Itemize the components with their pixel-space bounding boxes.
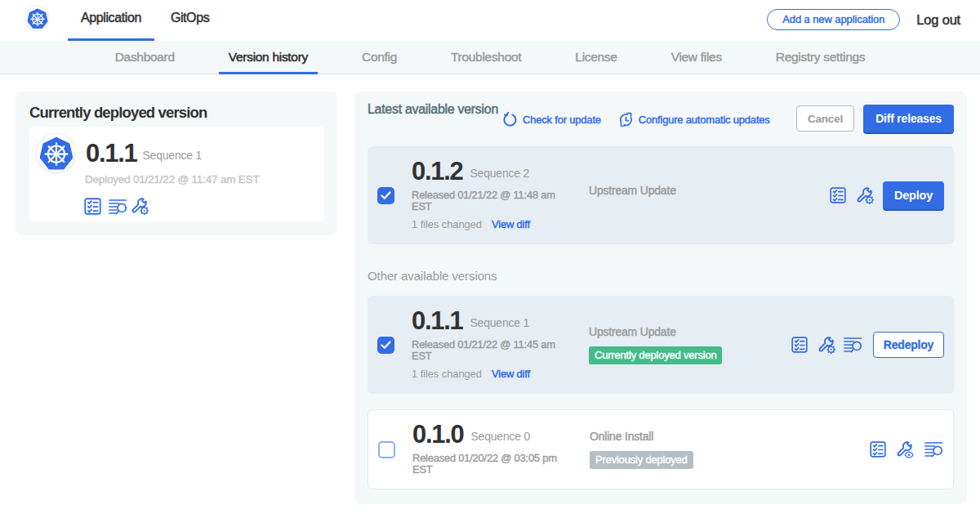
checkmark-icon: [381, 341, 391, 350]
subnav-license[interactable]: License: [565, 41, 626, 74]
deploy-logs-icon[interactable]: [924, 441, 943, 458]
files-changed: 1 files changed: [412, 218, 482, 230]
deployed-timestamp: Deployed 01/21/22 @ 11:47 am EST: [85, 173, 313, 185]
diff-releases-button[interactable]: Diff releases: [863, 105, 954, 132]
config-gear-icon[interactable]: [857, 187, 874, 204]
version-history-panel: Latest available version Check for updat…: [354, 92, 967, 504]
add-application-button[interactable]: Add a new application: [767, 9, 900, 30]
kubernetes-logo: [25, 7, 49, 30]
tab-application[interactable]: Application: [68, 0, 154, 41]
released-timestamp: Released 01/21/22 @ 11:48 am EST: [412, 190, 571, 212]
released-timestamp: Released 01/21/22 @ 11:45 am EST: [412, 339, 571, 362]
tab-gitops[interactable]: GitOps: [158, 0, 222, 41]
version-number-row: 0.1.2 Sequence 2: [412, 160, 589, 183]
app-header: Application GitOps Add a new application…: [0, 0, 980, 41]
deployed-version-row: 0.1.1 Sequence 1: [37, 134, 313, 172]
version-number: 0.1.1: [412, 310, 462, 333]
kubernetes-app-icon: [37, 134, 75, 172]
config-gear-icon[interactable]: [131, 198, 149, 215]
view-diff-link[interactable]: View diff: [492, 218, 530, 230]
subnav-version-history[interactable]: Version history: [219, 41, 318, 74]
preflight-checklist-icon[interactable]: [84, 198, 101, 215]
version-checkbox-0.1.1[interactable]: [377, 337, 394, 354]
version-number-row: 0.1.0 Sequence 0: [412, 423, 590, 446]
version-source-column: Upstream Update: [589, 184, 773, 198]
version-checkbox-0.1.2[interactable]: [377, 187, 394, 204]
subnav-troubleshoot[interactable]: Troubleshoot: [441, 41, 531, 74]
files-changed: 1 files changed: [412, 368, 482, 380]
version-sequence: Sequence 1: [470, 316, 529, 329]
header-actions: Add a new application Log out: [767, 0, 980, 41]
subnav-view-files[interactable]: View files: [662, 41, 732, 74]
version-info: 0.1.0 Sequence 0 Released 01/20/22 @ 03:…: [412, 423, 590, 476]
logout-link[interactable]: Log out: [916, 12, 960, 28]
version-actions: Redeploy: [781, 332, 944, 358]
check-for-update-link[interactable]: Check for update: [502, 112, 601, 127]
tab-gitops-label: GitOps: [171, 11, 209, 25]
refresh-icon: [502, 112, 517, 127]
redeploy-button[interactable]: Redeploy: [873, 332, 944, 358]
latest-version-header-row: Latest available version Check for updat…: [368, 102, 954, 132]
deployed-version-actions: [84, 198, 313, 215]
currently-deployed-badge: Currently deployed version: [589, 346, 722, 364]
files-changed-row: 1 files changed View diff: [412, 368, 589, 380]
view-diff-link[interactable]: View diff: [492, 368, 530, 380]
deployed-version-number: 0.1.1: [86, 142, 136, 165]
version-row-0.1.2: 0.1.2 Sequence 2 Released 01/21/22 @ 11:…: [368, 146, 954, 244]
subnav-dashboard[interactable]: Dashboard: [105, 41, 185, 74]
cancel-button[interactable]: Cancel: [796, 105, 854, 132]
check-for-update-label: Check for update: [523, 114, 601, 126]
version-actions: Deploy: [819, 181, 944, 209]
version-info: 0.1.2 Sequence 2 Released 01/21/22 @ 11:…: [412, 160, 589, 230]
header-tabs: Application GitOps: [66, 0, 224, 41]
version-source: Online Install: [590, 430, 773, 444]
currently-deployed-card: Currently deployed version 0.1.1 Sequenc…: [16, 92, 337, 235]
preflight-checklist-icon[interactable]: [830, 187, 846, 203]
version-sequence: Sequence 2: [470, 167, 529, 180]
checkmark-icon: [381, 191, 391, 200]
currently-deployed-title: Currently deployed version: [29, 104, 324, 121]
config-gear-icon[interactable]: [818, 337, 835, 354]
preflight-checklist-icon[interactable]: [791, 337, 808, 353]
config-eye-icon[interactable]: [897, 441, 914, 458]
other-versions-heading: Other available versions: [368, 269, 954, 283]
version-info: 0.1.1 Sequence 1 Released 01/21/22 @ 11:…: [412, 310, 589, 380]
deploy-logs-icon[interactable]: [844, 337, 862, 353]
version-number: 0.1.2: [412, 160, 462, 183]
files-changed-row: 1 files changed View diff: [412, 218, 589, 230]
deployed-sequence: Sequence 1: [142, 149, 202, 162]
configure-automatic-updates-link[interactable]: Configure automatic updates: [618, 112, 770, 127]
version-row-0.1.1: 0.1.1 Sequence 1 Released 01/21/22 @ 11:…: [368, 296, 954, 394]
tab-application-label: Application: [81, 11, 141, 25]
version-actions: [859, 441, 943, 458]
auto-update-clock-icon: [618, 112, 633, 127]
subnav-config[interactable]: Config: [352, 41, 407, 74]
version-source: Upstream Update: [589, 184, 773, 198]
version-checkbox-0.1.0[interactable]: [378, 441, 395, 458]
version-number-row: 0.1.1 Sequence 1: [412, 310, 589, 333]
previously-deployed-badge: Previously deployed: [590, 451, 693, 469]
header-buttons: Cancel Diff releases: [796, 102, 954, 132]
version-sequence: Sequence 0: [470, 430, 530, 443]
version-row-0.1.0: 0.1.0 Sequence 0 Released 01/20/22 @ 03:…: [368, 409, 954, 489]
latest-available-title: Latest available version: [368, 102, 498, 116]
deploy-logs-icon[interactable]: [109, 199, 127, 215]
version-source-column: Online Install Previously deployed: [590, 430, 773, 469]
configure-automatic-updates-label: Configure automatic updates: [639, 114, 770, 126]
version-number: 0.1.0: [412, 423, 463, 446]
deployed-version-card: 0.1.1 Sequence 1 Deployed 01/21/22 @ 11:…: [29, 127, 324, 221]
released-timestamp: Released 01/20/22 @ 03:05 pm EST: [412, 453, 572, 476]
version-source-column: Upstream Update Currently deployed versi…: [589, 325, 773, 364]
version-source: Upstream Update: [589, 325, 773, 339]
preflight-checklist-icon[interactable]: [870, 441, 886, 458]
app-subnav: Dashboard Version history Config Trouble…: [0, 41, 980, 74]
deploy-button[interactable]: Deploy: [883, 181, 944, 209]
subnav-registry-settings[interactable]: Registry settings: [766, 41, 875, 74]
